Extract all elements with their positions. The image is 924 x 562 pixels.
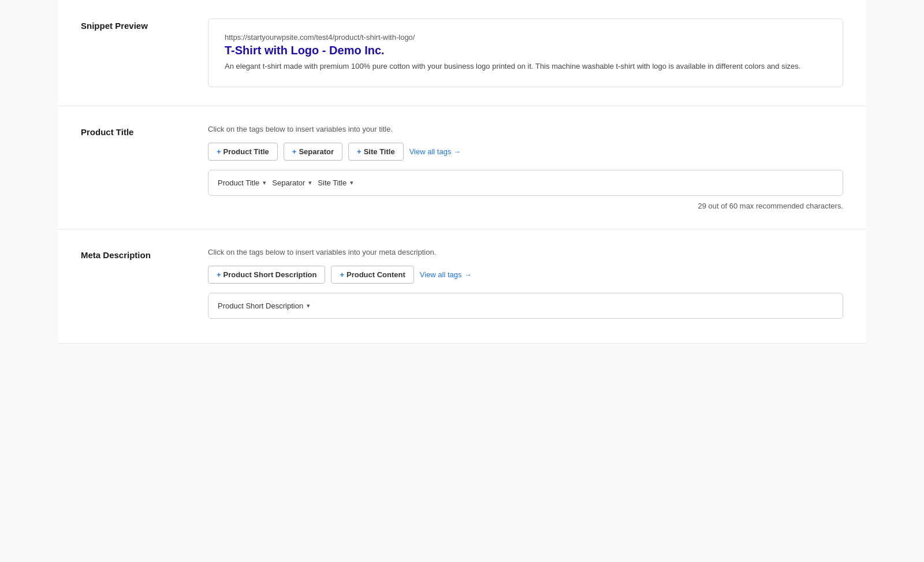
page-container: Snippet Preview https://startyourwpsite.…	[58, 0, 866, 344]
tag-button-product-short-desc[interactable]: + Product Short Description	[208, 266, 325, 284]
snippet-url: https://startyourwpsite.com/test4/produc…	[225, 33, 826, 42]
product-title-selector-box: Product Title ▾ Separator ▾ Site Title ▾	[208, 170, 843, 196]
meta-description-tag-buttons-row: + Product Short Description + Product Co…	[208, 266, 843, 284]
selected-product-title[interactable]: Product Title ▾	[218, 178, 266, 187]
product-title-view-all-tags[interactable]: View all tags →	[409, 147, 461, 156]
plus-icon: +	[340, 270, 344, 279]
snippet-preview-section: Snippet Preview https://startyourwpsite.…	[58, 0, 866, 106]
snippet-preview-box: https://startyourwpsite.com/test4/produc…	[208, 18, 843, 87]
tag-button-product-title-label: Product Title	[223, 147, 269, 156]
plus-icon: +	[217, 147, 221, 156]
tag-button-separator[interactable]: + Separator	[284, 143, 342, 161]
meta-description-label: Meta Description	[81, 248, 208, 260]
snippet-preview-label: Snippet Preview	[81, 18, 208, 31]
selected-separator-label: Separator	[272, 178, 305, 187]
tag-button-site-title-label: Site Title	[364, 147, 395, 156]
tag-button-product-content-label: Product Content	[346, 270, 405, 279]
tag-button-product-short-desc-label: Product Short Description	[223, 270, 317, 279]
selected-product-short-desc-label: Product Short Description	[218, 302, 303, 310]
meta-description-section: Meta Description Click on the tags below…	[58, 229, 866, 344]
chevron-down-icon: ▾	[263, 179, 266, 187]
chevron-down-icon: ▾	[350, 179, 353, 187]
selected-product-title-label: Product Title	[218, 178, 259, 187]
meta-description-selector-box: Product Short Description ▾	[208, 293, 843, 319]
meta-description-content: Click on the tags below to insert variab…	[208, 248, 843, 325]
selected-product-short-desc[interactable]: Product Short Description ▾	[218, 302, 310, 310]
snippet-preview-content: https://startyourwpsite.com/test4/produc…	[208, 18, 843, 87]
product-title-content: Click on the tags below to insert variab…	[208, 125, 843, 210]
selected-site-title[interactable]: Site Title ▾	[318, 178, 353, 187]
product-title-char-count: 29 out of 60 max recommended characters.	[208, 202, 843, 210]
tag-button-product-title[interactable]: + Product Title	[208, 143, 278, 161]
meta-description-instruction: Click on the tags below to insert variab…	[208, 248, 843, 256]
product-title-tag-buttons-row: + Product Title + Separator + Site Title…	[208, 143, 843, 161]
selected-site-title-label: Site Title	[318, 178, 346, 187]
plus-icon: +	[357, 147, 362, 156]
tag-button-site-title[interactable]: + Site Title	[348, 143, 404, 161]
meta-description-view-all-tags[interactable]: View all tags →	[420, 270, 471, 279]
chevron-down-icon: ▾	[308, 179, 312, 187]
selected-separator[interactable]: Separator ▾	[272, 178, 312, 187]
chevron-down-icon: ▾	[307, 302, 310, 310]
product-title-label: Product Title	[81, 125, 208, 137]
tag-button-product-content[interactable]: + Product Content	[331, 266, 413, 284]
plus-icon: +	[217, 270, 221, 279]
snippet-title[interactable]: T-Shirt with Logo - Demo Inc.	[225, 44, 826, 57]
plus-icon: +	[292, 147, 297, 156]
product-title-section: Product Title Click on the tags below to…	[58, 106, 866, 229]
tag-button-separator-label: Separator	[299, 147, 334, 156]
product-title-instruction: Click on the tags below to insert variab…	[208, 125, 843, 133]
snippet-description: An elegant t-shirt made with premium 100…	[225, 61, 826, 73]
